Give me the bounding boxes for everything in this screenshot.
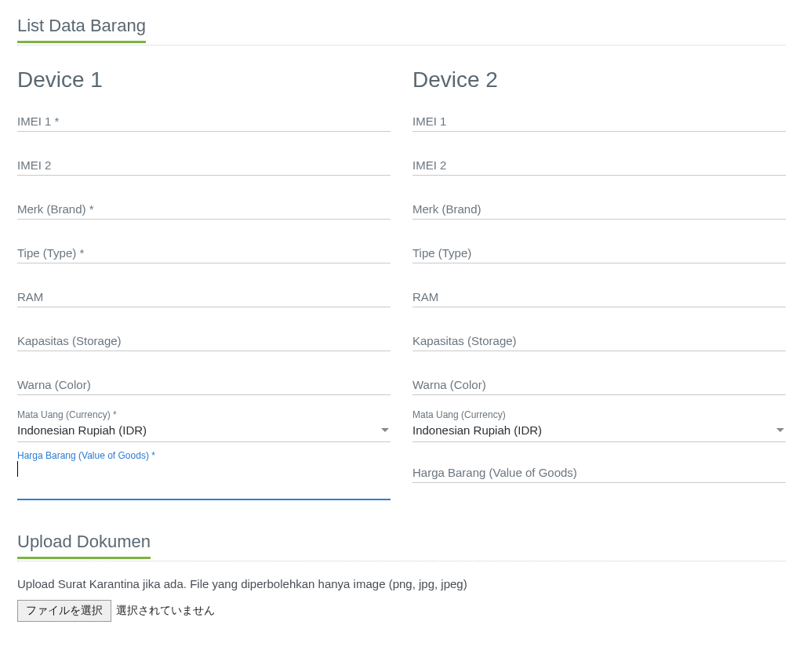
device-2-tipe-field[interactable]: Tipe (Type) [412, 246, 786, 263]
device-2-kapasitas-label: Kapasitas (Storage) [412, 334, 786, 347]
device-2-currency-small-label: Mata Uang (Currency) [412, 409, 786, 420]
device-2-currency-select[interactable]: Indonesian Rupiah (IDR) [412, 423, 786, 442]
device-1-imei2-field[interactable]: IMEI 2 [17, 158, 391, 176]
device-1-imei1-field[interactable]: IMEI 1 * [17, 114, 391, 132]
file-select-button[interactable]: ファイルを選択 [17, 600, 111, 622]
section-title-list: List Data Barang [17, 16, 146, 43]
device-2-harga-field[interactable]: Harga Barang (Value of Goods) [412, 466, 786, 483]
text-cursor-icon [17, 461, 18, 477]
section-header-upload: Upload Dokumen [17, 532, 786, 561]
device-1-harga-label: Harga Barang (Value of Goods) * [17, 450, 391, 461]
device-1-imei2-label: IMEI 2 [17, 158, 391, 172]
device-1-merk-label: Merk (Brand) * [17, 202, 391, 216]
device-1-ram-field[interactable]: RAM [17, 290, 391, 307]
device-1-tipe-field[interactable]: Tipe (Type) * [17, 246, 391, 263]
device-2-kapasitas-field[interactable]: Kapasitas (Storage) [412, 334, 786, 351]
device-2-imei2-label: IMEI 2 [412, 158, 786, 172]
upload-description: Upload Surat Karantina jika ada. File ya… [17, 577, 786, 590]
device-columns: Device 1 IMEI 1 * IMEI 2 Merk (Brand) * … [17, 67, 786, 524]
device-1-currency-select[interactable]: Indonesian Rupiah (IDR) [17, 423, 391, 442]
device-1-kapasitas-label: Kapasitas (Storage) [17, 334, 391, 347]
device-2-merk-label: Merk (Brand) [412, 202, 786, 216]
device-2-warna-field[interactable]: Warna (Color) [412, 378, 786, 395]
device-2-tipe-label: Tipe (Type) [412, 246, 786, 260]
device-2-ram-label: RAM [412, 290, 786, 303]
file-picker: ファイルを選択 選択されていません [17, 600, 786, 622]
device-2-imei1-label: IMEI 1 [412, 114, 786, 128]
device-2-harga-label: Harga Barang (Value of Goods) [412, 466, 786, 479]
device-1-imei1-label: IMEI 1 * [17, 114, 391, 128]
device-2-ram-field[interactable]: RAM [412, 290, 786, 307]
device-1-currency-value: Indonesian Rupiah (IDR) [17, 423, 147, 437]
device-1-tipe-label: Tipe (Type) * [17, 246, 391, 260]
device-2-column: Device 2 IMEI 1 IMEI 2 Merk (Brand) Tipe… [412, 67, 786, 524]
device-1-warna-field[interactable]: Warna (Color) [17, 378, 391, 395]
device-2-currency-value: Indonesian Rupiah (IDR) [412, 423, 542, 437]
device-1-heading: Device 1 [17, 67, 391, 93]
device-1-merk-field[interactable]: Merk (Brand) * [17, 202, 391, 220]
device-1-ram-label: RAM [17, 290, 391, 303]
device-1-harga-field[interactable] [17, 461, 391, 500]
device-2-heading: Device 2 [412, 67, 786, 93]
device-1-column: Device 1 IMEI 1 * IMEI 2 Merk (Brand) * … [17, 67, 391, 524]
device-1-harga-input[interactable] [17, 477, 391, 493]
file-selection-status: 選択されていません [116, 604, 215, 618]
section-title-upload: Upload Dokumen [17, 532, 151, 559]
device-2-warna-label: Warna (Color) [412, 378, 786, 391]
device-1-kapasitas-field[interactable]: Kapasitas (Storage) [17, 334, 391, 351]
device-2-imei2-field[interactable]: IMEI 2 [412, 158, 786, 176]
section-header-list: List Data Barang [17, 16, 786, 45]
device-1-warna-label: Warna (Color) [17, 378, 391, 391]
device-2-imei1-field[interactable]: IMEI 1 [412, 114, 786, 132]
chevron-down-icon [381, 428, 389, 432]
device-1-currency-small-label: Mata Uang (Currency) * [17, 409, 391, 420]
chevron-down-icon [776, 428, 784, 432]
device-2-merk-field[interactable]: Merk (Brand) [412, 202, 786, 220]
